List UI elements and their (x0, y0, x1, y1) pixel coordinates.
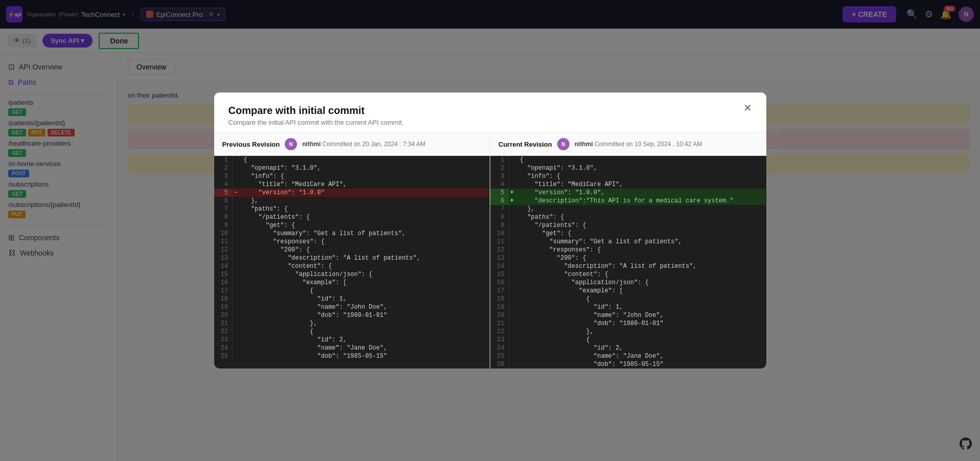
right-panel-title: Current Revision (498, 141, 552, 148)
right-diff-panel: Current Revision N nithmi Committed on 1… (490, 133, 766, 368)
left-commit-date: Committed on 20 Jan, 2024 . 7:34 AM (323, 141, 425, 148)
left-panel-title: Previous Revision (222, 141, 280, 148)
dialog-header-wrap: Compare with initial commit Compare the … (214, 93, 766, 133)
left-commit-author: nithmi (302, 141, 321, 148)
left-code-table: 1 {2 "openapi": "3.1.0",3 "info": {4 "ti… (214, 156, 490, 360)
left-panel-header: Previous Revision N nithmi Committed on … (214, 133, 490, 156)
diff-container: Previous Revision N nithmi Committed on … (214, 133, 766, 368)
right-avatar: N (557, 138, 569, 150)
compare-dialog: Compare with initial commit Compare the … (214, 93, 766, 368)
right-commit-date: Committed on 10 Sep, 2024 . 10:42 AM (595, 141, 702, 148)
right-code-table: 1 {2 "openapi": "3.1.0",3 "info": {4 "ti… (490, 156, 766, 368)
left-code-scroll[interactable]: 1 {2 "openapi": "3.1.0",3 "info": {4 "ti… (214, 156, 490, 368)
left-commit-info: nithmi Committed on 20 Jan, 2024 . 7:34 … (302, 141, 425, 148)
dialog-header: Compare with initial commit Compare the … (214, 93, 766, 133)
right-code-scroll[interactable]: 1 {2 "openapi": "3.1.0",3 "info": {4 "ti… (490, 156, 766, 368)
right-commit-info: nithmi Committed on 10 Sep, 2024 . 10:42… (575, 141, 702, 148)
dialog-overlay[interactable]: Compare with initial commit Compare the … (0, 0, 980, 461)
right-commit-author: nithmi (575, 141, 593, 148)
left-diff-panel: Previous Revision N nithmi Committed on … (214, 133, 490, 368)
right-panel-header: Current Revision N nithmi Committed on 1… (490, 133, 766, 156)
dialog-close-button[interactable]: ✕ (743, 103, 752, 113)
dialog-subtitle: Compare the initial API commit with the … (229, 119, 752, 126)
dialog-title: Compare with initial commit (229, 105, 752, 117)
left-avatar: N (285, 138, 297, 150)
